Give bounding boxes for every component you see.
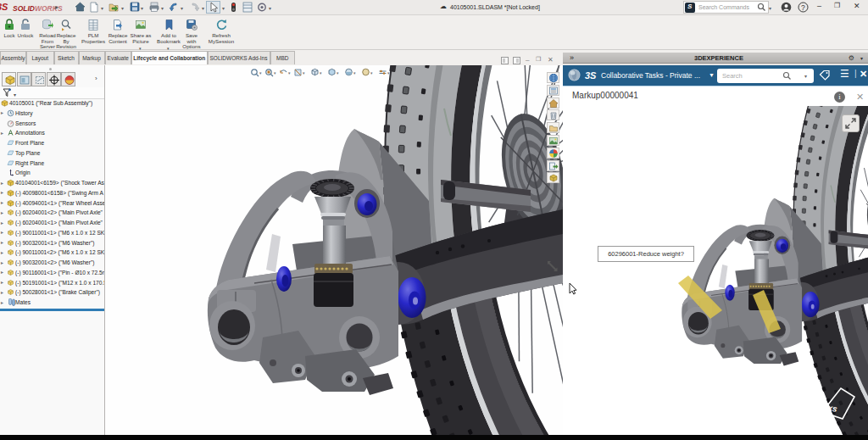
svg-text:?: ? xyxy=(801,3,805,12)
svg-text:xs: xs xyxy=(826,403,838,414)
